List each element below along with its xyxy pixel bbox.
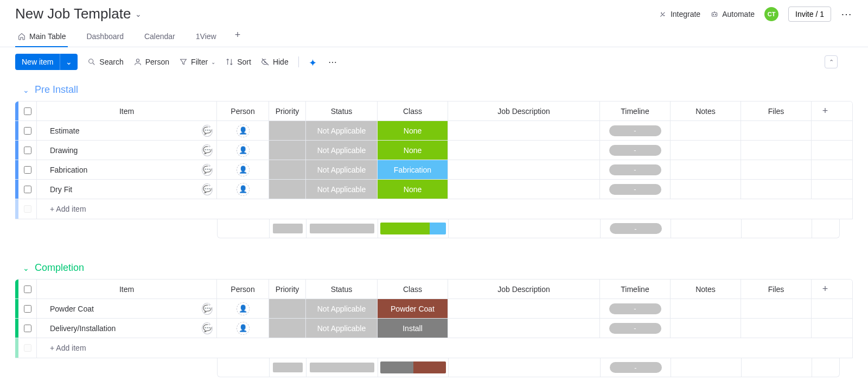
notes-cell[interactable]	[671, 121, 741, 140]
column-header-timeline[interactable]: Timeline	[600, 101, 671, 120]
add-item-row[interactable]: + Add item	[15, 199, 852, 219]
column-header-person[interactable]: Person	[217, 101, 269, 120]
tab-1view[interactable]: 1View	[194, 28, 219, 47]
class-cell[interactable]: None	[378, 180, 448, 199]
select-all-cell[interactable]	[18, 101, 37, 120]
priority-cell[interactable]	[269, 121, 306, 140]
select-all-checkbox[interactable]	[24, 107, 31, 115]
sort-button[interactable]: Sort	[225, 58, 251, 66]
item-name-cell[interactable]: Powder Coat	[37, 299, 197, 318]
timeline-cell[interactable]: -	[600, 160, 671, 179]
class-cell[interactable]: Fabrication	[378, 160, 448, 179]
add-item-label[interactable]: + Add item	[37, 338, 852, 358]
item-name-cell[interactable]: Delivery/Installation	[37, 319, 197, 338]
priority-cell[interactable]	[269, 141, 306, 160]
group-header[interactable]: ⌄Completion	[15, 255, 853, 279]
row-checkbox[interactable]	[24, 166, 31, 174]
notes-cell[interactable]	[671, 141, 741, 160]
column-header-status[interactable]: Status	[306, 101, 378, 120]
priority-cell[interactable]	[269, 319, 306, 338]
column-header-item[interactable]: Item	[37, 280, 217, 299]
class-cell[interactable]: Install	[378, 319, 448, 338]
row-select-cell[interactable]	[18, 319, 37, 338]
jobdesc-cell[interactable]	[448, 299, 600, 318]
collapse-toolbar-button[interactable]: ⌃	[825, 55, 838, 68]
item-name-cell[interactable]: Estimate	[37, 121, 197, 140]
open-conversation-button[interactable]: 💬	[197, 319, 217, 338]
hide-button[interactable]: Hide	[261, 58, 289, 66]
timeline-cell[interactable]: -	[600, 299, 671, 318]
priority-cell[interactable]	[269, 299, 306, 318]
open-conversation-button[interactable]: 💬	[197, 180, 217, 199]
files-cell[interactable]	[741, 319, 812, 338]
priority-cell[interactable]	[269, 180, 306, 199]
row-checkbox[interactable]	[24, 186, 31, 193]
toolbar-more-button[interactable]: ⋯	[328, 57, 338, 67]
ai-sparkle-button[interactable]	[309, 57, 318, 67]
avatar[interactable]: CT	[764, 7, 778, 21]
column-header-notes[interactable]: Notes	[671, 101, 741, 120]
select-all-checkbox[interactable]	[24, 286, 31, 293]
row-select-cell[interactable]	[18, 141, 37, 160]
more-options-button[interactable]: ⋯	[841, 8, 853, 21]
person-filter-button[interactable]: Person	[133, 58, 169, 66]
timeline-cell[interactable]: -	[600, 180, 671, 199]
new-item-button[interactable]: New item ⌄	[15, 54, 78, 70]
add-column-button[interactable]: +	[812, 280, 839, 299]
jobdesc-cell[interactable]	[448, 121, 600, 140]
timeline-cell[interactable]: -	[600, 141, 671, 160]
files-cell[interactable]	[741, 299, 812, 318]
class-cell[interactable]: None	[378, 121, 448, 140]
row-select-cell[interactable]	[18, 180, 37, 199]
column-header-class[interactable]: Class	[378, 101, 448, 120]
add-item-row[interactable]: + Add item	[15, 338, 852, 358]
column-header-files[interactable]: Files	[741, 280, 812, 299]
notes-cell[interactable]	[671, 319, 741, 338]
class-cell[interactable]: None	[378, 141, 448, 160]
column-header-item[interactable]: Item	[37, 101, 217, 120]
row-select-cell[interactable]	[18, 121, 37, 140]
column-header-jobdesc[interactable]: Job Description	[448, 101, 600, 120]
group-header[interactable]: ⌄Pre Install	[15, 77, 853, 101]
row-select-cell[interactable]	[18, 299, 37, 318]
status-cell[interactable]: Not Applicable	[306, 319, 378, 338]
open-conversation-button[interactable]: 💬	[197, 160, 217, 179]
jobdesc-cell[interactable]	[448, 141, 600, 160]
files-cell[interactable]	[741, 121, 812, 140]
column-header-priority[interactable]: Priority	[269, 280, 306, 299]
add-column-button[interactable]: +	[812, 101, 839, 120]
files-cell[interactable]	[741, 160, 812, 179]
person-cell[interactable]: 👤	[217, 121, 269, 140]
item-name-cell[interactable]: Fabrication	[37, 160, 197, 179]
status-cell[interactable]: Not Applicable	[306, 180, 378, 199]
tab-main-table[interactable]: Main Table	[15, 28, 68, 47]
person-cell[interactable]: 👤	[217, 299, 269, 318]
filter-button[interactable]: Filter ⌄	[179, 58, 215, 66]
timeline-cell[interactable]: -	[600, 121, 671, 140]
board-title[interactable]: New Job Template ⌄	[15, 5, 142, 22]
notes-cell[interactable]	[671, 299, 741, 318]
notes-cell[interactable]	[671, 160, 741, 179]
timeline-cell[interactable]: -	[600, 319, 671, 338]
chevron-down-icon[interactable]: ⌄	[60, 54, 78, 70]
status-cell[interactable]: Not Applicable	[306, 121, 378, 140]
tab-dashboard[interactable]: Dashboard	[84, 28, 126, 47]
column-header-timeline[interactable]: Timeline	[600, 280, 671, 299]
open-conversation-button[interactable]: 💬	[197, 141, 217, 160]
files-cell[interactable]	[741, 180, 812, 199]
jobdesc-cell[interactable]	[448, 160, 600, 179]
automate-button[interactable]: Automate	[710, 10, 755, 18]
person-cell[interactable]: 👤	[217, 141, 269, 160]
invite-button[interactable]: Invite / 1	[788, 7, 831, 22]
person-cell[interactable]: 👤	[217, 160, 269, 179]
add-item-label[interactable]: + Add item	[37, 199, 852, 219]
add-view-button[interactable]: +	[235, 29, 241, 45]
search-button[interactable]: Search	[87, 58, 123, 66]
item-name-cell[interactable]: Drawing	[37, 141, 197, 160]
row-checkbox[interactable]	[24, 305, 31, 313]
class-cell[interactable]: Powder Coat	[378, 299, 448, 318]
person-cell[interactable]: 👤	[217, 319, 269, 338]
jobdesc-cell[interactable]	[448, 319, 600, 338]
column-header-notes[interactable]: Notes	[671, 280, 741, 299]
column-header-priority[interactable]: Priority	[269, 101, 306, 120]
